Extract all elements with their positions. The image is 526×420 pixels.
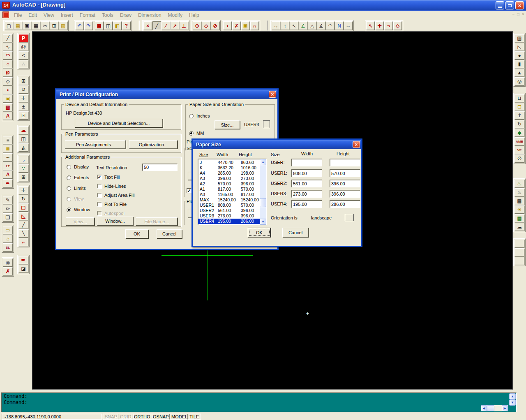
fog-icon[interactable]: ☁: [514, 223, 524, 231]
view-button[interactable]: View...: [66, 217, 95, 226]
fillet-icon[interactable]: ◞: [18, 156, 28, 164]
dim-linear-icon[interactable]: ↔: [272, 21, 280, 30]
paper-dialog-cancel-button[interactable]: Cancel: [282, 228, 309, 237]
text-resolution-input[interactable]: [142, 164, 178, 171]
slice-icon[interactable]: ∅: [514, 155, 524, 163]
mirror-icon[interactable]: ◭: [18, 143, 28, 152]
point-icon[interactable]: •: [3, 86, 13, 94]
mm-radio[interactable]: [189, 131, 194, 136]
blank-button-2[interactable]: [514, 248, 524, 256]
print-dialog-cancel-button[interactable]: Cancel: [157, 229, 182, 238]
command-vertical-scrollbar[interactable]: ▲ ▼: [509, 393, 516, 406]
dim-angle-icon[interactable]: ∠: [299, 21, 307, 30]
polyline-icon[interactable]: ∿: [3, 43, 13, 51]
paper-size-row-a1[interactable]: A1817.00570.00: [198, 187, 266, 192]
less-than-icon[interactable]: <: [18, 51, 28, 60]
solid-torus-icon[interactable]: ◎: [514, 77, 524, 85]
paper-dialog-close-button[interactable]: ×: [353, 141, 360, 148]
layer-control-icon[interactable]: ≣: [3, 145, 13, 153]
menu-format[interactable]: Format: [76, 12, 99, 18]
menu-edit[interactable]: Edit: [25, 12, 40, 18]
menu-file[interactable]: File: [11, 12, 25, 18]
materials-icon[interactable]: ▦: [514, 214, 524, 222]
paper-size-row-a0[interactable]: A01165.00817.00: [198, 192, 266, 197]
tracking-icon[interactable]: ×: [143, 21, 152, 30]
zoom-window-icon[interactable]: ⊞: [18, 77, 28, 85]
paper-size-row-user2[interactable]: USER2561.00396.00: [198, 208, 266, 213]
ortho-toggle[interactable]: ORTHO: [132, 414, 152, 420]
window-button[interactable]: Window...: [97, 217, 133, 226]
scroll-down-button[interactable]: ▼: [260, 219, 266, 225]
linetype-lt-icon[interactable]: LT: [3, 162, 13, 170]
minimize-button[interactable]: [496, 1, 504, 9]
text-fill-checkbox[interactable]: ✓: [97, 175, 102, 180]
inches-radio[interactable]: [189, 114, 194, 118]
array-icon[interactable]: ⊞: [18, 173, 28, 181]
user3-height-input[interactable]: [330, 190, 360, 198]
ellipse-icon[interactable]: Ø: [3, 69, 13, 77]
menu-modify[interactable]: Modify: [165, 12, 186, 18]
tile-toggle[interactable]: TILE: [187, 414, 201, 420]
erase-icon[interactable]: ✗: [3, 267, 13, 275]
user1-width-input[interactable]: [291, 169, 322, 177]
circle-icon[interactable]: ○: [3, 60, 13, 68]
subtract-icon[interactable]: ⊟: [514, 103, 524, 111]
viewports-icon[interactable]: VP: [514, 146, 524, 154]
zoom-extents-icon[interactable]: ⊡: [18, 111, 28, 120]
model-toggle[interactable]: MODEL: [169, 414, 189, 420]
line-icon[interactable]: ╱: [3, 34, 13, 42]
text-style-icon[interactable]: A: [3, 171, 13, 179]
print-dialog-close-button[interactable]: ×: [269, 91, 276, 98]
solid-cone-icon[interactable]: ▲: [514, 69, 524, 77]
scaled-to-fit-checkbox-fragment[interactable]: ✓: [187, 188, 191, 193]
dim-leader-icon[interactable]: ↖: [290, 21, 298, 30]
view-radio[interactable]: [67, 197, 71, 201]
scale-icon[interactable]: ◺: [18, 212, 28, 220]
text-icon[interactable]: A: [3, 112, 13, 120]
cut-icon[interactable]: ✂: [41, 21, 49, 30]
device-default-selection-button[interactable]: Device and Default Selection...: [75, 119, 163, 127]
snap-nearest-icon[interactable]: ∩: [250, 21, 259, 30]
point-filters-icon[interactable]: ∴: [18, 60, 28, 68]
content-explorer-icon[interactable]: ◧: [113, 21, 122, 30]
user4-width-input[interactable]: [291, 200, 322, 208]
hatch-icon[interactable]: ▨: [3, 103, 13, 111]
mdi-close-icon[interactable]: ×: [522, 12, 524, 16]
paper-size-row-a4[interactable]: A4285.00198.00: [198, 171, 266, 176]
paper-size-row-max[interactable]: MAX15240.0015240.00: [198, 197, 266, 203]
zoom-scale-icon[interactable]: ±: [18, 103, 28, 111]
edit-attribute-global-icon[interactable]: ✏: [3, 205, 13, 213]
stretch-icon[interactable]: ▢: [18, 203, 28, 212]
trim-icon[interactable]: ╱: [18, 221, 28, 229]
user-width-input[interactable]: [291, 159, 322, 166]
paper-size-row-a3[interactable]: A3396.00273.00: [198, 176, 266, 181]
snap-center-icon[interactable]: ⊙: [193, 21, 201, 30]
print-dialog-ok-button[interactable]: OK: [125, 229, 148, 238]
command-scroll-down-button[interactable]: ▼: [509, 399, 516, 406]
display-radio[interactable]: [67, 165, 71, 169]
size-button[interactable]: Size...: [215, 120, 240, 129]
layers-icon[interactable]: ≡: [3, 136, 13, 144]
snap-endpoint-icon[interactable]: ∕: [161, 21, 170, 30]
undo-icon[interactable]: ↶: [75, 21, 84, 30]
new-file-icon[interactable]: ▢: [5, 21, 13, 30]
extend-icon[interactable]: ╲: [18, 229, 28, 238]
dim-update-icon[interactable]: ▭: [3, 226, 13, 234]
paper-dialog-titlebar[interactable]: Paper Size: [193, 140, 361, 149]
paper-size-row-user4[interactable]: USER4195.00286.00: [198, 219, 266, 224]
user3-width-input[interactable]: [291, 190, 322, 198]
paper-size-row-j[interactable]: J4470.40863.60: [198, 160, 266, 165]
help-icon[interactable]: ?: [122, 21, 131, 30]
autospool-checkbox[interactable]: [97, 211, 102, 216]
union-icon[interactable]: ⊔: [514, 94, 524, 102]
snap-node-icon[interactable]: •: [223, 21, 232, 30]
list-scrollbar[interactable]: ▲ ▼: [260, 159, 266, 225]
select-icon[interactable]: ↖: [366, 21, 375, 30]
grid-toggle[interactable]: GRID: [118, 414, 134, 420]
select-add-icon[interactable]: ✚: [375, 21, 384, 30]
dim-baseline-icon[interactable]: ↕: [281, 21, 289, 30]
menu-insert[interactable]: Insert: [58, 12, 76, 18]
rotate-icon[interactable]: ↻: [18, 195, 28, 203]
style-sl-icon[interactable]: SL: [3, 243, 13, 252]
blank-button-1[interactable]: [514, 240, 524, 248]
